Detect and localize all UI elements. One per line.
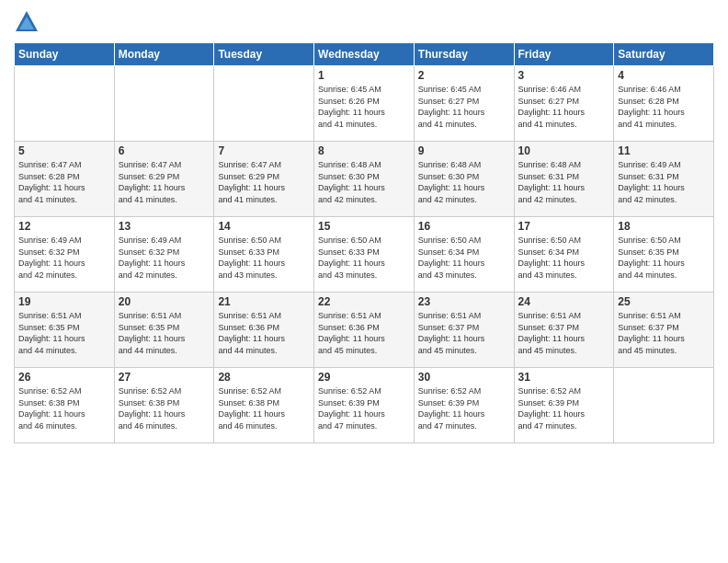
day-number: 7: [218, 144, 310, 157]
day-number: 27: [119, 371, 210, 384]
day-info: Sunrise: 6:47 AM Sunset: 6:28 PM Dayligh…: [18, 159, 110, 205]
calendar-cell: [15, 66, 115, 142]
calendar-cell: 18Sunrise: 6:50 AM Sunset: 6:35 PM Dayli…: [614, 217, 714, 293]
calendar-cell: 29Sunrise: 6:52 AM Sunset: 6:39 PM Dayli…: [314, 368, 415, 443]
calendar-cell: 11Sunrise: 6:49 AM Sunset: 6:31 PM Dayli…: [614, 142, 714, 217]
day-info: Sunrise: 6:51 AM Sunset: 6:37 PM Dayligh…: [518, 310, 610, 356]
day-number: 28: [218, 371, 310, 384]
day-number: 23: [418, 295, 510, 308]
day-info: Sunrise: 6:51 AM Sunset: 6:36 PM Dayligh…: [218, 310, 310, 356]
calendar-cell: 5Sunrise: 6:47 AM Sunset: 6:28 PM Daylig…: [15, 142, 115, 217]
calendar-cell: 27Sunrise: 6:52 AM Sunset: 6:38 PM Dayli…: [114, 368, 214, 443]
day-info: Sunrise: 6:52 AM Sunset: 6:39 PM Dayligh…: [518, 385, 610, 431]
day-info: Sunrise: 6:48 AM Sunset: 6:31 PM Dayligh…: [518, 159, 610, 205]
calendar-cell: 19Sunrise: 6:51 AM Sunset: 6:35 PM Dayli…: [15, 293, 115, 368]
day-number: 25: [618, 295, 710, 308]
calendar-cell: 4Sunrise: 6:46 AM Sunset: 6:28 PM Daylig…: [614, 66, 714, 142]
calendar-cell: 14Sunrise: 6:50 AM Sunset: 6:33 PM Dayli…: [214, 217, 314, 293]
day-header: Thursday: [414, 43, 514, 66]
calendar-header-row: SundayMondayTuesdayWednesdayThursdayFrid…: [15, 43, 714, 66]
calendar-cell: [614, 368, 714, 443]
day-info: Sunrise: 6:47 AM Sunset: 6:29 PM Dayligh…: [119, 159, 210, 205]
day-number: 26: [18, 371, 110, 384]
logo: [14, 9, 41, 35]
day-number: 4: [618, 69, 710, 82]
day-number: 31: [518, 371, 610, 384]
calendar-cell: 10Sunrise: 6:48 AM Sunset: 6:31 PM Dayli…: [514, 142, 614, 217]
calendar-week-row: 12Sunrise: 6:49 AM Sunset: 6:32 PM Dayli…: [15, 217, 714, 293]
header: [14, 9, 714, 35]
calendar-cell: 3Sunrise: 6:46 AM Sunset: 6:27 PM Daylig…: [514, 66, 614, 142]
day-info: Sunrise: 6:45 AM Sunset: 6:27 PM Dayligh…: [418, 84, 510, 130]
day-number: 22: [318, 295, 410, 308]
day-number: 8: [318, 144, 410, 157]
calendar-week-row: 5Sunrise: 6:47 AM Sunset: 6:28 PM Daylig…: [15, 142, 714, 217]
calendar-cell: [214, 66, 314, 142]
calendar-cell: 28Sunrise: 6:52 AM Sunset: 6:38 PM Dayli…: [214, 368, 314, 443]
calendar-cell: 24Sunrise: 6:51 AM Sunset: 6:37 PM Dayli…: [514, 293, 614, 368]
day-number: 19: [18, 295, 110, 308]
day-header: Saturday: [614, 43, 714, 66]
calendar-week-row: 26Sunrise: 6:52 AM Sunset: 6:38 PM Dayli…: [15, 368, 714, 443]
day-number: 12: [18, 220, 110, 233]
calendar-cell: 15Sunrise: 6:50 AM Sunset: 6:33 PM Dayli…: [314, 217, 415, 293]
page: SundayMondayTuesdayWednesdayThursdayFrid…: [0, 0, 728, 563]
day-info: Sunrise: 6:52 AM Sunset: 6:38 PM Dayligh…: [119, 385, 210, 431]
day-info: Sunrise: 6:51 AM Sunset: 6:35 PM Dayligh…: [119, 310, 210, 356]
day-number: 6: [119, 144, 210, 157]
calendar: SundayMondayTuesdayWednesdayThursdayFrid…: [14, 42, 714, 443]
day-header: Wednesday: [314, 43, 415, 66]
calendar-cell: 9Sunrise: 6:48 AM Sunset: 6:30 PM Daylig…: [414, 142, 514, 217]
calendar-cell: 22Sunrise: 6:51 AM Sunset: 6:36 PM Dayli…: [314, 293, 415, 368]
day-info: Sunrise: 6:49 AM Sunset: 6:32 PM Dayligh…: [18, 235, 110, 281]
day-info: Sunrise: 6:50 AM Sunset: 6:35 PM Dayligh…: [618, 235, 710, 281]
day-info: Sunrise: 6:46 AM Sunset: 6:27 PM Dayligh…: [518, 84, 610, 130]
day-number: 10: [518, 144, 610, 157]
calendar-cell: 2Sunrise: 6:45 AM Sunset: 6:27 PM Daylig…: [414, 66, 514, 142]
day-info: Sunrise: 6:50 AM Sunset: 6:34 PM Dayligh…: [418, 235, 510, 281]
calendar-week-row: 19Sunrise: 6:51 AM Sunset: 6:35 PM Dayli…: [15, 293, 714, 368]
calendar-cell: 20Sunrise: 6:51 AM Sunset: 6:35 PM Dayli…: [114, 293, 214, 368]
day-info: Sunrise: 6:52 AM Sunset: 6:38 PM Dayligh…: [218, 385, 310, 431]
day-header: Monday: [114, 43, 214, 66]
calendar-cell: [114, 66, 214, 142]
day-number: 30: [418, 371, 510, 384]
day-info: Sunrise: 6:45 AM Sunset: 6:26 PM Dayligh…: [318, 84, 410, 130]
day-number: 15: [318, 220, 410, 233]
day-info: Sunrise: 6:46 AM Sunset: 6:28 PM Dayligh…: [618, 84, 710, 130]
day-number: 1: [318, 69, 410, 82]
day-number: 17: [518, 220, 610, 233]
day-number: 16: [418, 220, 510, 233]
day-info: Sunrise: 6:50 AM Sunset: 6:34 PM Dayligh…: [518, 235, 610, 281]
calendar-cell: 31Sunrise: 6:52 AM Sunset: 6:39 PM Dayli…: [514, 368, 614, 443]
day-number: 29: [318, 371, 410, 384]
calendar-week-row: 1Sunrise: 6:45 AM Sunset: 6:26 PM Daylig…: [15, 66, 714, 142]
day-header: Friday: [514, 43, 614, 66]
day-info: Sunrise: 6:51 AM Sunset: 6:37 PM Dayligh…: [618, 310, 710, 356]
day-info: Sunrise: 6:49 AM Sunset: 6:31 PM Dayligh…: [618, 159, 710, 205]
day-info: Sunrise: 6:49 AM Sunset: 6:32 PM Dayligh…: [119, 235, 210, 281]
calendar-cell: 25Sunrise: 6:51 AM Sunset: 6:37 PM Dayli…: [614, 293, 714, 368]
day-info: Sunrise: 6:48 AM Sunset: 6:30 PM Dayligh…: [318, 159, 410, 205]
logo-icon: [14, 9, 40, 35]
day-number: 13: [119, 220, 210, 233]
day-header: Tuesday: [214, 43, 314, 66]
day-number: 9: [418, 144, 510, 157]
day-number: 2: [418, 69, 510, 82]
calendar-cell: 17Sunrise: 6:50 AM Sunset: 6:34 PM Dayli…: [514, 217, 614, 293]
day-number: 21: [218, 295, 310, 308]
day-number: 11: [618, 144, 710, 157]
day-header: Sunday: [15, 43, 115, 66]
day-info: Sunrise: 6:52 AM Sunset: 6:39 PM Dayligh…: [318, 385, 410, 431]
calendar-cell: 8Sunrise: 6:48 AM Sunset: 6:30 PM Daylig…: [314, 142, 415, 217]
calendar-cell: 23Sunrise: 6:51 AM Sunset: 6:37 PM Dayli…: [414, 293, 514, 368]
day-info: Sunrise: 6:50 AM Sunset: 6:33 PM Dayligh…: [318, 235, 410, 281]
day-number: 18: [618, 220, 710, 233]
day-number: 20: [119, 295, 210, 308]
calendar-cell: 1Sunrise: 6:45 AM Sunset: 6:26 PM Daylig…: [314, 66, 415, 142]
day-info: Sunrise: 6:52 AM Sunset: 6:38 PM Dayligh…: [18, 385, 110, 431]
day-info: Sunrise: 6:51 AM Sunset: 6:37 PM Dayligh…: [418, 310, 510, 356]
day-number: 5: [18, 144, 110, 157]
day-number: 14: [218, 220, 310, 233]
day-info: Sunrise: 6:47 AM Sunset: 6:29 PM Dayligh…: [218, 159, 310, 205]
